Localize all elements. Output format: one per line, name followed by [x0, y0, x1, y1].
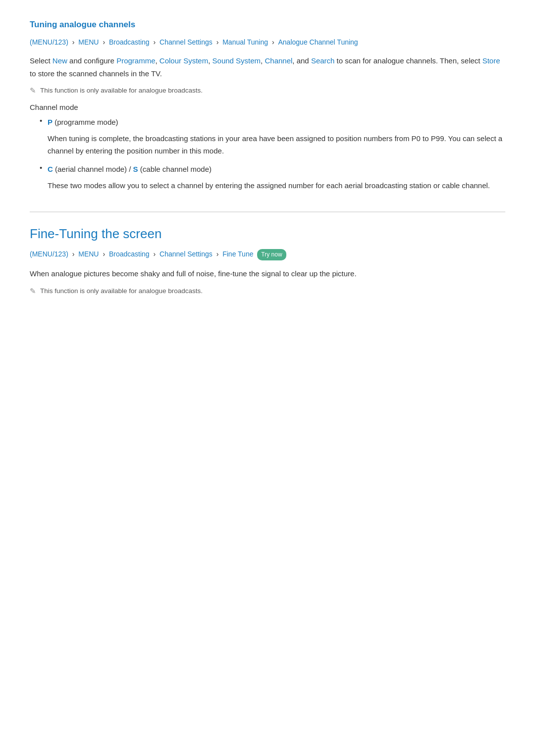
- highlight-programme: Programme: [116, 56, 155, 65]
- breadcrumb2-part5: Fine Tune: [222, 250, 253, 258]
- section1-title: Tuning analogue channels: [30, 20, 505, 30]
- bullet-list-section1: P (programme mode) When tuning is comple…: [30, 116, 505, 192]
- note-section2: ✎ This function is only available for an…: [30, 286, 505, 296]
- separator3: ›: [154, 38, 156, 46]
- bullet-heading-p: P (programme mode): [48, 116, 505, 128]
- note-text-1: This function is only available for anal…: [40, 86, 203, 96]
- bullet-desc-p: When tuning is complete, the broadcastin…: [48, 132, 505, 157]
- separator1: ›: [72, 38, 75, 46]
- section2-title: Fine-Tuning the screen: [30, 211, 505, 242]
- highlight-sound-system: Sound System: [213, 56, 261, 65]
- breadcrumb2-part4: Channel Settings: [160, 250, 213, 258]
- bullet-heading-cs: C (aerial channel mode) / S (cable chann…: [48, 163, 505, 175]
- letter-p: P: [48, 118, 53, 126]
- bullet-text-p: (programme mode): [54, 118, 118, 126]
- separator2-3: ›: [154, 250, 156, 258]
- channel-mode-label: Channel mode: [30, 103, 505, 111]
- breadcrumb-part6: Analogue Channel Tuning: [278, 38, 358, 46]
- section1-body: Select New and configure Programme, Colo…: [30, 54, 505, 80]
- bullet-text-s: (cable channel mode): [140, 165, 212, 173]
- highlight-new: New: [53, 56, 67, 65]
- breadcrumb-part4: Channel Settings: [160, 38, 213, 46]
- try-now-badge[interactable]: Try now: [257, 249, 286, 260]
- breadcrumb2-part3: Broadcasting: [109, 250, 150, 258]
- section-tuning-analogue: Tuning analogue channels (MENU/123) › ME…: [30, 20, 505, 192]
- section2-body: When analogue pictures become shaky and …: [30, 267, 505, 280]
- breadcrumb-part5: Manual Tuning: [222, 38, 268, 46]
- highlight-colour-system: Colour System: [160, 56, 208, 65]
- highlight-search: Search: [311, 56, 335, 65]
- breadcrumb-section1: (MENU/123) › MENU › Broadcasting › Chann…: [30, 37, 505, 48]
- separator5: ›: [272, 38, 274, 46]
- highlight-store: Store: [482, 56, 500, 65]
- bullet-text-c: (aerial channel mode) /: [55, 165, 133, 173]
- highlight-channel: Channel: [265, 56, 292, 65]
- breadcrumb2-part2: MENU: [78, 250, 99, 258]
- letter-c: C: [48, 165, 53, 173]
- breadcrumb-section2: (MENU/123) › MENU › Broadcasting › Chann…: [30, 249, 505, 260]
- breadcrumb-part3: Broadcasting: [109, 38, 150, 46]
- breadcrumb-part2: MENU: [78, 38, 99, 46]
- pencil-icon-2: ✎: [30, 287, 36, 296]
- breadcrumb2-part1: (MENU/123): [30, 250, 68, 258]
- list-item-p: P (programme mode) When tuning is comple…: [40, 116, 505, 157]
- note-section1: ✎ This function is only available for an…: [30, 86, 505, 96]
- list-item-cs: C (aerial channel mode) / S (cable chann…: [40, 163, 505, 192]
- separator2-2: ›: [103, 250, 105, 258]
- separator2: ›: [103, 38, 105, 46]
- separator4: ›: [216, 38, 219, 46]
- pencil-icon-1: ✎: [30, 86, 36, 95]
- section-fine-tuning: Fine-Tuning the screen (MENU/123) › MENU…: [30, 211, 505, 296]
- separator2-4: ›: [216, 250, 219, 258]
- note-text-2: This function is only available for anal…: [40, 286, 203, 296]
- separator2-1: ›: [72, 250, 75, 258]
- bullet-desc-cs: These two modes allow you to select a ch…: [48, 179, 505, 192]
- letter-s: S: [133, 165, 138, 173]
- breadcrumb-part1: (MENU/123): [30, 38, 68, 46]
